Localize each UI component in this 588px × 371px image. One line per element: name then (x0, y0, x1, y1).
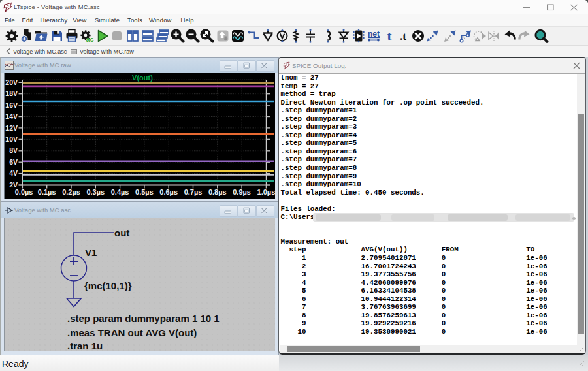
svg-text:V1: V1 (85, 247, 97, 258)
svg-text:0.8µs: 0.8µs (208, 188, 227, 196)
svg-text:net: net (368, 29, 380, 39)
svg-text:V(out): V(out) (132, 74, 153, 82)
svg-text:20V: 20V (5, 78, 18, 86)
svg-text:0.3µs: 0.3µs (86, 188, 105, 196)
svg-text:4V: 4V (9, 169, 18, 177)
svg-text:0.4µs: 0.4µs (111, 188, 129, 196)
svg-text:0.2µs: 0.2µs (62, 188, 80, 196)
svg-text:0.5µs: 0.5µs (135, 188, 154, 196)
svg-text:14V: 14V (5, 112, 18, 120)
svg-text:16V: 16V (5, 101, 18, 109)
svg-text:6V: 6V (9, 158, 18, 166)
svg-text:.tran 1u: .tran 1u (67, 340, 103, 351)
svg-text:0.6µs: 0.6µs (159, 188, 178, 196)
svg-text:10V: 10V (5, 135, 18, 143)
svg-text:8V: 8V (9, 146, 18, 154)
svg-text:0.7µs: 0.7µs (184, 188, 203, 196)
svg-text:0.0µs: 0.0µs (15, 188, 33, 196)
svg-text:1.0µs: 1.0µs (257, 188, 275, 196)
svg-text:.t: .t (400, 30, 406, 42)
svg-text:0.9µs: 0.9µs (233, 188, 251, 196)
svg-text:12V: 12V (5, 124, 18, 132)
svg-text:.step param dummyparam 1 10 1: .step param dummyparam 1 10 1 (67, 313, 220, 324)
svg-text:out: out (114, 227, 129, 238)
svg-text:0.1µs: 0.1µs (38, 188, 56, 196)
svg-text:{mc(10,1)}: {mc(10,1)} (84, 280, 132, 291)
svg-text:t: t (387, 28, 391, 44)
svg-text:ac: ac (86, 35, 94, 43)
svg-text:18V: 18V (5, 89, 18, 97)
svg-text:.meas TRAN out AVG V(out): .meas TRAN out AVG V(out) (67, 327, 197, 338)
